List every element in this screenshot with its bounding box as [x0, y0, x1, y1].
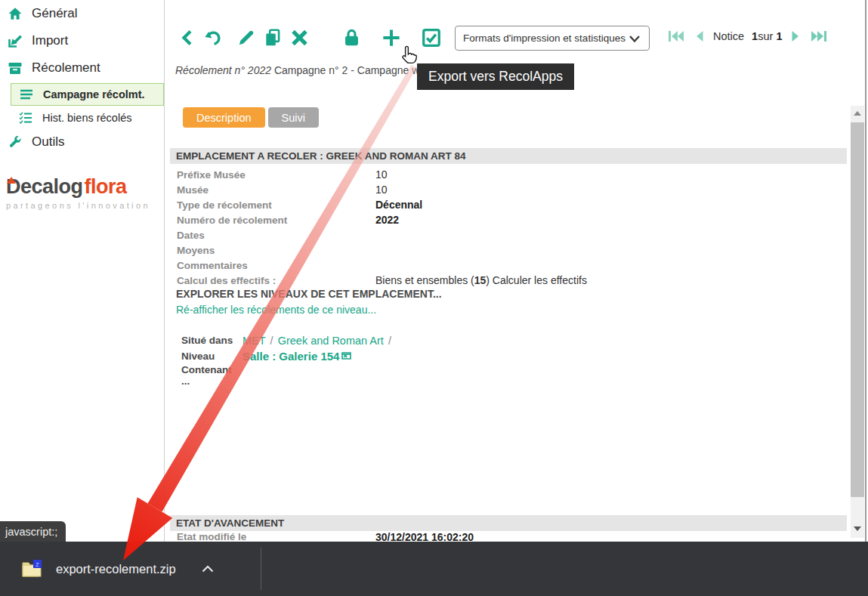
- field-label: Préfixe Musée: [177, 169, 375, 181]
- crumb-greek-roman-link[interactable]: Greek and Roman Art: [278, 335, 384, 347]
- sidebar-item-label: Récolement: [32, 60, 100, 76]
- downloaded-file-chip[interactable]: z export-recolement.zip: [11, 549, 224, 588]
- chevron-up-icon: [202, 565, 214, 573]
- reafficher-recolements-link[interactable]: Ré-afficher les récolements de ce niveau…: [176, 304, 376, 316]
- field-label: Numéro de récolement: [177, 215, 375, 226]
- calcul-effectifs-link[interactable]: Biens et ensembles (15) Calculer les eff…: [375, 274, 587, 286]
- status-hint-text: javascript:;: [5, 526, 57, 538]
- tab-suivi[interactable]: Suivi: [268, 107, 319, 128]
- crumb-separator: /: [388, 335, 391, 347]
- previous-page-icon: [695, 30, 704, 42]
- field-label: Moyens: [177, 245, 375, 256]
- scroll-up-button[interactable]: [851, 106, 864, 121]
- scrollbar-thumb[interactable]: [851, 122, 864, 497]
- sidebar-item-import[interactable]: Import: [0, 27, 164, 54]
- sidebar-item-label: Hist. biens récolés: [42, 112, 131, 124]
- pager-total: 1: [776, 30, 782, 42]
- zip-file-icon: z: [21, 558, 44, 579]
- undo-arrow-icon: [203, 26, 224, 49]
- print-format-select[interactable]: Formats d'impression et statistiques PV.…: [455, 26, 650, 51]
- app-window: Général Import Récolement Campagne récol…: [0, 0, 868, 596]
- lock-icon: [341, 26, 362, 49]
- detail-tabs: Description Suivi: [183, 107, 319, 128]
- next-record-button[interactable]: [789, 30, 802, 42]
- lock-button[interactable]: [341, 26, 362, 49]
- app-logo: Decalogflora partageons l'innovation: [6, 175, 164, 210]
- section-header-etat-avancement: ETAT D'AVANCEMENT: [170, 515, 847, 531]
- download-shelf-divider: [261, 548, 261, 590]
- triangle-down-icon: [854, 527, 861, 531]
- home-icon: [8, 6, 23, 21]
- field-row-prefixe-musee: Préfixe Musée 10: [170, 167, 847, 182]
- pager-count: 1sur 1: [752, 30, 782, 42]
- download-filename: export-recolement.zip: [56, 562, 176, 576]
- niveau-galerie-link[interactable]: Salle : Galerie 154: [242, 350, 351, 363]
- sidebar-item-campagne-recolmt[interactable]: Campagne récolmt.: [11, 83, 164, 106]
- field-label: Calcul des effectifs :: [177, 275, 375, 286]
- pager-current: 1: [752, 30, 758, 42]
- svg-text:z: z: [36, 561, 39, 569]
- first-record-button[interactable]: [666, 30, 686, 42]
- section-title: ETAT D'AVANCEMENT: [176, 517, 284, 529]
- field-label: Commentaires: [177, 260, 375, 271]
- emplacement-fields: Préfixe Musée 10 Musée 10 Type de récole…: [170, 167, 847, 288]
- section-title: EMPLACEMENT A RECOLER : GREEK AND ROMAN …: [176, 150, 466, 162]
- sidebar-item-label: Général: [32, 6, 77, 21]
- delete-button[interactable]: [289, 26, 310, 49]
- crumb-separator: /: [270, 335, 273, 347]
- field-row-musee: Musée 10: [170, 182, 847, 197]
- field-row-calcul-effectifs: Calcul des effectifs : Biens et ensemble…: [170, 273, 847, 288]
- pager-of-label: sur: [758, 30, 773, 42]
- download-shelf: z export-recolement.zip: [0, 542, 868, 596]
- field-row-commentaires: Commentaires: [170, 258, 847, 273]
- vertical-scrollbar[interactable]: [851, 106, 864, 538]
- back-button[interactable]: [178, 26, 196, 49]
- sidebar-item-recolement[interactable]: Récolement: [0, 54, 164, 82]
- edit-button[interactable]: [236, 26, 256, 49]
- field-value: 10: [375, 168, 388, 181]
- browser-status-link-hint: javascript:;: [0, 521, 66, 542]
- tab-description[interactable]: Description: [183, 107, 265, 128]
- field-row-dates: Dates: [170, 227, 847, 242]
- x-delete-icon: [289, 26, 310, 49]
- undo-button[interactable]: [203, 26, 224, 49]
- print-format-selected-value: Formats d'impression et statistiques PV.…: [463, 32, 628, 44]
- previous-record-button[interactable]: [693, 30, 706, 42]
- sidebar-item-general[interactable]: Général: [0, 0, 164, 27]
- logo-brand-text: Decalog: [6, 175, 83, 198]
- window-right-edge: [865, 0, 866, 542]
- triangle-up-icon: [854, 111, 861, 116]
- scroll-down-button[interactable]: [851, 521, 864, 536]
- niveau-row: Niveau Salle : Galerie 154: [170, 348, 699, 364]
- sidebar-item-label: Outils: [32, 134, 64, 150]
- checklist-icon: [18, 110, 33, 125]
- last-record-button[interactable]: [809, 30, 829, 42]
- open-window-icon: [340, 350, 351, 360]
- section-header-emplacement: EMPLACEMENT A RECOLER : GREEK AND ROMAN …: [170, 148, 847, 164]
- copy-icon: [263, 26, 283, 49]
- field-value: 10: [375, 184, 388, 196]
- chevron-down-icon: [628, 32, 641, 45]
- sidebar-item-outils[interactable]: Outils: [0, 128, 164, 156]
- sidebar-item-label: Import: [32, 33, 68, 48]
- crumb-met-link[interactable]: MET: [242, 335, 266, 347]
- field-row-moyens: Moyens: [170, 242, 847, 258]
- field-label: Type de récolement: [177, 199, 375, 211]
- effectifs-link-post: ) Calculer les effectifs: [486, 274, 587, 286]
- sidebar-item-hist-biens-recoles[interactable]: Hist. biens récolés: [0, 107, 164, 128]
- export-recolapps-tooltip: Export vers RecolApps: [417, 63, 574, 90]
- copy-button[interactable]: [263, 26, 283, 49]
- wrench-icon: [8, 134, 23, 150]
- contenant-label: Contenant ...: [181, 364, 242, 387]
- field-value: Décennal: [375, 199, 422, 211]
- archive-box-icon: [8, 60, 23, 76]
- pager-notice-label: Notice: [713, 30, 744, 42]
- tooltip-text: Export vers RecolApps: [428, 69, 563, 85]
- download-menu-button[interactable]: [202, 565, 214, 573]
- field-label: Musée: [177, 184, 375, 196]
- record-pager: Notice 1sur 1: [666, 30, 829, 42]
- first-page-icon: [668, 30, 684, 42]
- contenant-row: Contenant ...: [170, 364, 699, 387]
- export-recolapps-button[interactable]: [421, 26, 442, 49]
- field-label: Dates: [177, 230, 375, 241]
